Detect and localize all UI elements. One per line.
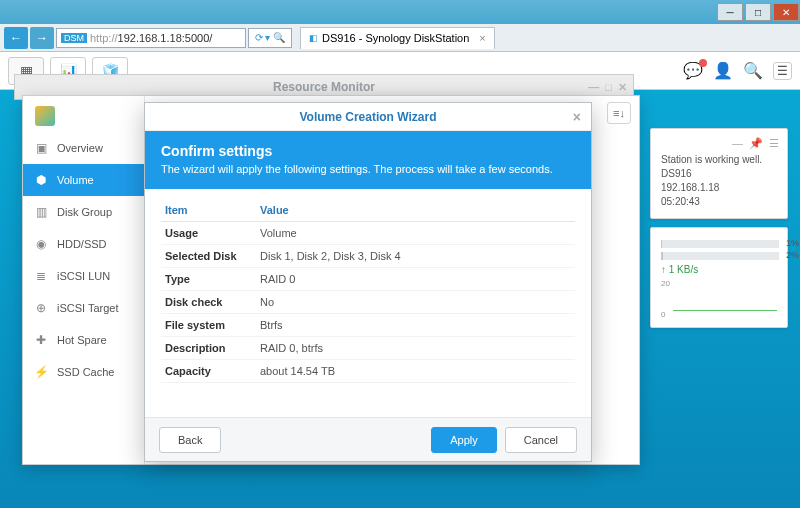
sort-button[interactable]: ≡↓ bbox=[607, 102, 631, 124]
widget-pin-icon[interactable]: 📌 bbox=[749, 137, 763, 150]
col-item: Item bbox=[161, 199, 256, 222]
tab-favicon: ◧ bbox=[309, 33, 318, 43]
back-button[interactable]: ← bbox=[4, 27, 28, 49]
widgets-icon[interactable]: ☰ bbox=[773, 62, 792, 80]
hdd-icon: ◉ bbox=[33, 237, 49, 251]
wizard-titlebar: Volume Creation Wizard × bbox=[145, 103, 591, 131]
health-status: Station is working well. bbox=[661, 154, 779, 165]
sidebar-item-hdd-ssd[interactable]: ◉HDD/SSD bbox=[23, 228, 144, 260]
sidebar-item-hot-spare[interactable]: ✚Hot Spare bbox=[23, 324, 144, 356]
storage-sidebar: ▣Overview ⬢Volume ▥Disk Group ◉HDD/SSD ≣… bbox=[23, 96, 145, 464]
up-arrow-icon: ↑ bbox=[661, 264, 666, 275]
address-bar[interactable]: DSM http:// 192.168.1.18:5000/ bbox=[56, 28, 246, 48]
wizard-title: Volume Creation Wizard bbox=[299, 110, 436, 124]
network-rate: ↑ 1 KB/s bbox=[661, 264, 779, 275]
iscsi-lun-icon: ≣ bbox=[33, 269, 49, 283]
col-value: Value bbox=[256, 199, 575, 222]
hotspare-icon: ✚ bbox=[33, 333, 49, 347]
browser-toolbar: ← → DSM http:// 192.168.1.18:5000/ ⟳ ▾ 🔍… bbox=[0, 24, 800, 52]
wizard-subheading: The wizard will apply the following sett… bbox=[161, 163, 575, 175]
url-prefix: http:// bbox=[90, 32, 118, 44]
sidebar-label: SSD Cache bbox=[57, 366, 114, 378]
window-close-icon[interactable]: ✕ bbox=[618, 81, 627, 94]
widget-pin-icon[interactable]: — bbox=[732, 137, 743, 150]
url-text: 192.168.1.18:5000/ bbox=[118, 32, 213, 44]
window-maximize-icon[interactable]: □ bbox=[605, 81, 612, 94]
health-model: DS916 bbox=[661, 168, 779, 179]
tab-close-icon[interactable]: × bbox=[479, 32, 485, 44]
browser-tab[interactable]: ◧ DS916 - Synology DiskStation × bbox=[300, 27, 495, 49]
refresh-search-button[interactable]: ⟳ ▾ 🔍 bbox=[248, 28, 292, 48]
health-time: 05:20:43 bbox=[661, 196, 779, 207]
table-row: UsageVolume bbox=[161, 222, 575, 245]
system-health-widget: —📌☰ Station is working well. DS916 192.1… bbox=[650, 128, 788, 219]
wizard-banner: Confirm settings The wizard will apply t… bbox=[145, 131, 591, 189]
sidebar-label: Hot Spare bbox=[57, 334, 107, 346]
maximize-button[interactable]: □ bbox=[745, 3, 771, 21]
volume-creation-wizard: Volume Creation Wizard × Confirm setting… bbox=[144, 102, 592, 462]
site-badge: DSM bbox=[61, 33, 87, 43]
table-row: DescriptionRAID 0, btrfs bbox=[161, 337, 575, 360]
window-minimize-icon[interactable]: — bbox=[588, 81, 599, 94]
sidebar-item-diskgroup[interactable]: ▥Disk Group bbox=[23, 196, 144, 228]
table-row: Disk checkNo bbox=[161, 291, 575, 314]
sidebar-label: iSCSI LUN bbox=[57, 270, 110, 282]
apply-button[interactable]: Apply bbox=[431, 427, 497, 453]
wizard-footer: Back Apply Cancel bbox=[145, 417, 591, 461]
sidebar-item-iscsi-lun[interactable]: ≣iSCSI LUN bbox=[23, 260, 144, 292]
table-row: TypeRAID 0 bbox=[161, 268, 575, 291]
tab-title: DS916 - Synology DiskStation bbox=[322, 32, 469, 44]
resource-widget: 1% 2% ↑ 1 KB/s 20 0 bbox=[650, 227, 788, 328]
forward-button[interactable]: → bbox=[30, 27, 54, 49]
notification-icon[interactable]: 💬 bbox=[683, 61, 703, 80]
wizard-heading: Confirm settings bbox=[161, 143, 575, 159]
close-button[interactable]: ✕ bbox=[773, 3, 799, 21]
sidebar-label: Overview bbox=[57, 142, 103, 154]
sidebar-item-volume[interactable]: ⬢Volume bbox=[23, 164, 144, 196]
sidebar-item-ssd-cache[interactable]: ⚡SSD Cache bbox=[23, 356, 144, 388]
sidebar-label: HDD/SSD bbox=[57, 238, 107, 250]
wizard-settings-table: Item Value UsageVolume Selected DiskDisk… bbox=[145, 189, 591, 383]
table-row: Selected DiskDisk 1, Disk 2, Disk 3, Dis… bbox=[161, 245, 575, 268]
volume-icon: ⬢ bbox=[33, 173, 49, 187]
window-titlebar: ─ □ ✕ bbox=[0, 0, 800, 24]
sidebar-item-iscsi-target[interactable]: ⊕iSCSI Target bbox=[23, 292, 144, 324]
desktop-widgets: —📌☰ Station is working well. DS916 192.1… bbox=[650, 128, 788, 336]
wizard-close-icon[interactable]: × bbox=[573, 109, 581, 125]
cancel-button[interactable]: Cancel bbox=[505, 427, 577, 453]
sidebar-label: Disk Group bbox=[57, 206, 112, 218]
sidebar-label: Volume bbox=[57, 174, 94, 186]
sidebar-label: iSCSI Target bbox=[57, 302, 119, 314]
user-icon[interactable]: 👤 bbox=[713, 61, 733, 80]
cpu-bar: 1% bbox=[661, 240, 779, 248]
ssdcache-icon: ⚡ bbox=[33, 365, 49, 379]
widget-menu-icon[interactable]: ☰ bbox=[769, 137, 779, 150]
sidebar-item-overview[interactable]: ▣Overview bbox=[23, 132, 144, 164]
overview-icon: ▣ bbox=[33, 141, 49, 155]
table-row: Capacityabout 14.54 TB bbox=[161, 360, 575, 383]
table-row: File systemBtrfs bbox=[161, 314, 575, 337]
network-chart: 20 0 bbox=[661, 279, 779, 319]
iscsi-target-icon: ⊕ bbox=[33, 301, 49, 315]
health-ip: 192.168.1.18 bbox=[661, 182, 779, 193]
storage-manager-logo-icon bbox=[35, 106, 55, 126]
minimize-button[interactable]: ─ bbox=[717, 3, 743, 21]
back-button[interactable]: Back bbox=[159, 427, 221, 453]
ram-bar: 2% bbox=[661, 252, 779, 260]
resource-monitor-title: Resource Monitor bbox=[273, 80, 375, 94]
diskgroup-icon: ▥ bbox=[33, 205, 49, 219]
search-icon[interactable]: 🔍 bbox=[743, 61, 763, 80]
